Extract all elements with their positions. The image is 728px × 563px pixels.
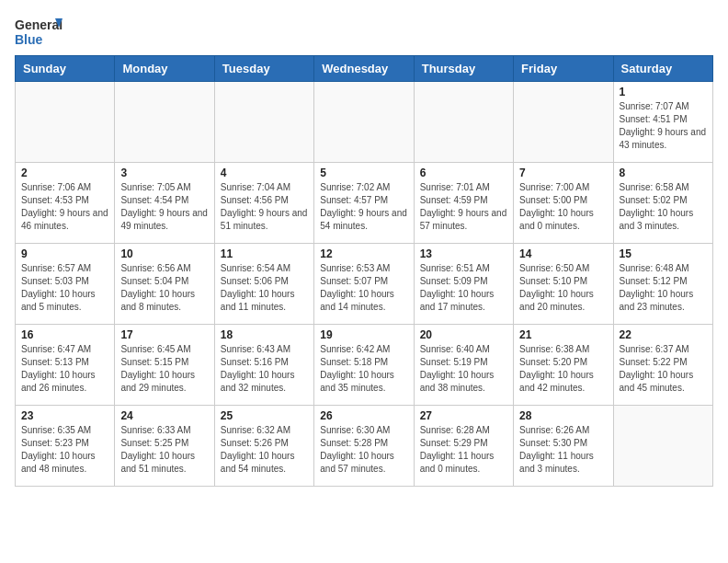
calendar-week-row: 1Sunrise: 7:07 AM Sunset: 4:51 PM Daylig… <box>16 82 713 163</box>
day-info: Sunrise: 6:50 AM Sunset: 5:10 PM Dayligh… <box>519 262 607 314</box>
day-number: 9 <box>21 247 108 260</box>
day-info: Sunrise: 6:33 AM Sunset: 5:25 PM Dayligh… <box>120 424 208 476</box>
calendar-cell <box>414 82 513 163</box>
calendar-cell: 4Sunrise: 7:04 AM Sunset: 4:56 PM Daylig… <box>214 163 313 244</box>
day-number: 25 <box>221 409 308 422</box>
day-info: Sunrise: 6:51 AM Sunset: 5:09 PM Dayligh… <box>420 262 507 314</box>
day-number: 22 <box>620 328 707 341</box>
calendar-cell: 26Sunrise: 6:30 AM Sunset: 5:28 PM Dayli… <box>314 406 414 487</box>
day-number: 21 <box>519 328 607 341</box>
day-info: Sunrise: 6:26 AM Sunset: 5:30 PM Dayligh… <box>519 424 607 476</box>
day-number: 20 <box>420 328 507 341</box>
day-info: Sunrise: 6:48 AM Sunset: 5:12 PM Dayligh… <box>620 262 707 314</box>
day-number: 6 <box>420 167 507 179</box>
calendar-cell: 13Sunrise: 6:51 AM Sunset: 5:09 PM Dayli… <box>414 244 513 325</box>
day-number: 17 <box>120 328 208 341</box>
day-number: 5 <box>320 167 407 179</box>
calendar-cell: 20Sunrise: 6:40 AM Sunset: 5:19 PM Dayli… <box>414 325 513 406</box>
col-header-thursday: Thursday <box>414 56 513 82</box>
calendar-week-row: 2Sunrise: 7:06 AM Sunset: 4:53 PM Daylig… <box>16 163 713 244</box>
calendar-cell: 21Sunrise: 6:38 AM Sunset: 5:20 PM Dayli… <box>514 325 613 406</box>
day-info: Sunrise: 6:35 AM Sunset: 5:23 PM Dayligh… <box>21 424 108 476</box>
day-info: Sunrise: 7:04 AM Sunset: 4:56 PM Dayligh… <box>221 181 308 233</box>
day-info: Sunrise: 6:54 AM Sunset: 5:06 PM Dayligh… <box>221 262 308 314</box>
day-number: 24 <box>120 409 208 422</box>
day-info: Sunrise: 6:57 AM Sunset: 5:03 PM Dayligh… <box>21 262 108 314</box>
day-number: 7 <box>519 167 607 179</box>
day-info: Sunrise: 6:42 AM Sunset: 5:18 PM Dayligh… <box>320 343 407 395</box>
calendar-cell <box>514 82 613 163</box>
calendar-cell: 19Sunrise: 6:42 AM Sunset: 5:18 PM Dayli… <box>314 325 414 406</box>
calendar-cell: 11Sunrise: 6:54 AM Sunset: 5:06 PM Dayli… <box>214 244 313 325</box>
calendar-cell: 8Sunrise: 6:58 AM Sunset: 5:02 PM Daylig… <box>613 163 712 244</box>
col-header-friday: Friday <box>514 56 613 82</box>
calendar-cell: 28Sunrise: 6:26 AM Sunset: 5:30 PM Dayli… <box>514 406 613 487</box>
day-number: 26 <box>320 409 407 422</box>
calendar-cell: 24Sunrise: 6:33 AM Sunset: 5:25 PM Dayli… <box>115 406 214 487</box>
calendar-cell: 7Sunrise: 7:00 AM Sunset: 5:00 PM Daylig… <box>514 163 613 244</box>
col-header-wednesday: Wednesday <box>314 56 414 82</box>
day-number: 3 <box>120 167 208 179</box>
day-info: Sunrise: 6:37 AM Sunset: 5:22 PM Dayligh… <box>620 343 707 395</box>
col-header-sunday: Sunday <box>16 56 115 82</box>
day-number: 12 <box>320 247 407 260</box>
day-number: 1 <box>620 86 707 98</box>
calendar-cell: 16Sunrise: 6:47 AM Sunset: 5:13 PM Dayli… <box>16 325 115 406</box>
calendar-cell: 9Sunrise: 6:57 AM Sunset: 5:03 PM Daylig… <box>16 244 115 325</box>
day-number: 18 <box>221 328 308 341</box>
day-info: Sunrise: 7:05 AM Sunset: 4:54 PM Dayligh… <box>120 181 208 233</box>
day-number: 2 <box>21 167 108 179</box>
day-number: 8 <box>620 167 707 179</box>
day-number: 14 <box>519 247 607 260</box>
day-number: 10 <box>120 247 208 260</box>
page-header: GeneralBlue <box>15 15 713 48</box>
day-info: Sunrise: 7:07 AM Sunset: 4:51 PM Dayligh… <box>620 100 707 152</box>
day-number: 13 <box>420 247 507 260</box>
calendar-week-row: 23Sunrise: 6:35 AM Sunset: 5:23 PM Dayli… <box>16 406 713 487</box>
calendar-cell: 25Sunrise: 6:32 AM Sunset: 5:26 PM Dayli… <box>214 406 313 487</box>
calendar-table: SundayMondayTuesdayWednesdayThursdayFrid… <box>15 55 713 487</box>
day-number: 15 <box>620 247 707 260</box>
day-info: Sunrise: 6:47 AM Sunset: 5:13 PM Dayligh… <box>21 343 108 395</box>
calendar-cell: 3Sunrise: 7:05 AM Sunset: 4:54 PM Daylig… <box>115 163 214 244</box>
calendar-header-row: SundayMondayTuesdayWednesdayThursdayFrid… <box>16 56 713 82</box>
calendar-cell: 10Sunrise: 6:56 AM Sunset: 5:04 PM Dayli… <box>115 244 214 325</box>
day-info: Sunrise: 6:45 AM Sunset: 5:15 PM Dayligh… <box>120 343 208 395</box>
day-number: 11 <box>221 247 308 260</box>
day-info: Sunrise: 6:53 AM Sunset: 5:07 PM Dayligh… <box>320 262 407 314</box>
day-number: 27 <box>420 409 507 422</box>
calendar-cell <box>16 82 115 163</box>
day-info: Sunrise: 6:43 AM Sunset: 5:16 PM Dayligh… <box>221 343 308 395</box>
calendar-cell: 27Sunrise: 6:28 AM Sunset: 5:29 PM Dayli… <box>414 406 513 487</box>
day-info: Sunrise: 7:06 AM Sunset: 4:53 PM Dayligh… <box>21 181 108 233</box>
calendar-cell: 12Sunrise: 6:53 AM Sunset: 5:07 PM Dayli… <box>314 244 414 325</box>
day-number: 16 <box>21 328 108 341</box>
calendar-cell: 17Sunrise: 6:45 AM Sunset: 5:15 PM Dayli… <box>115 325 214 406</box>
day-info: Sunrise: 6:32 AM Sunset: 5:26 PM Dayligh… <box>221 424 308 476</box>
day-info: Sunrise: 6:38 AM Sunset: 5:20 PM Dayligh… <box>519 343 607 395</box>
calendar-cell <box>115 82 214 163</box>
day-info: Sunrise: 6:40 AM Sunset: 5:19 PM Dayligh… <box>420 343 507 395</box>
col-header-tuesday: Tuesday <box>214 56 313 82</box>
day-number: 23 <box>21 409 108 422</box>
day-number: 28 <box>519 409 607 422</box>
day-info: Sunrise: 7:02 AM Sunset: 4:57 PM Dayligh… <box>320 181 407 233</box>
calendar-cell: 5Sunrise: 7:02 AM Sunset: 4:57 PM Daylig… <box>314 163 414 244</box>
calendar-cell: 6Sunrise: 7:01 AM Sunset: 4:59 PM Daylig… <box>414 163 513 244</box>
day-info: Sunrise: 6:28 AM Sunset: 5:29 PM Dayligh… <box>420 424 507 476</box>
day-info: Sunrise: 7:00 AM Sunset: 5:00 PM Dayligh… <box>519 181 607 233</box>
day-info: Sunrise: 6:58 AM Sunset: 5:02 PM Dayligh… <box>620 181 707 233</box>
logo-svg: GeneralBlue <box>15 15 63 48</box>
calendar-week-row: 9Sunrise: 6:57 AM Sunset: 5:03 PM Daylig… <box>16 244 713 325</box>
calendar-cell: 23Sunrise: 6:35 AM Sunset: 5:23 PM Dayli… <box>16 406 115 487</box>
calendar-week-row: 16Sunrise: 6:47 AM Sunset: 5:13 PM Dayli… <box>16 325 713 406</box>
day-info: Sunrise: 7:01 AM Sunset: 4:59 PM Dayligh… <box>420 181 507 233</box>
svg-text:General: General <box>15 17 63 32</box>
calendar-cell <box>214 82 313 163</box>
col-header-monday: Monday <box>115 56 214 82</box>
col-header-saturday: Saturday <box>613 56 712 82</box>
calendar-cell <box>613 406 712 487</box>
calendar-cell <box>314 82 414 163</box>
calendar-cell: 22Sunrise: 6:37 AM Sunset: 5:22 PM Dayli… <box>613 325 712 406</box>
logo: GeneralBlue <box>15 15 63 48</box>
